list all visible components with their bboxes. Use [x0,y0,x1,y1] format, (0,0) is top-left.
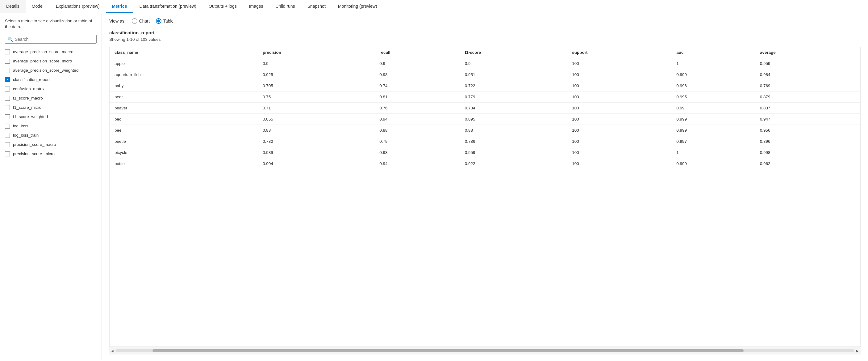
search-icon: 🔍 [8,37,13,42]
metric-item-log_loss[interactable]: log_loss [0,121,101,131]
cell-auc-4: 0.99 [671,103,755,114]
metric-label-average_precision_score_micro: average_precision_score_micro [13,59,72,63]
table-row: beetle0.7820.790.7861000.9970.896 [110,136,860,147]
search-input[interactable] [15,37,94,42]
metric-item-average_precision_score_macro[interactable]: average_precision_score_macro [0,47,101,57]
top-nav-tab-outputs-logs[interactable]: Outputs + logs [203,0,243,13]
cell-f1_score-5: 0.895 [460,114,567,125]
cell-class_name-6: bee [110,125,258,136]
top-nav-tab-child-runs[interactable]: Child runs [270,0,301,13]
metric-item-precision_score_macro[interactable]: precision_score_macro [0,140,101,149]
cell-f1_score-3: 0.779 [460,91,567,103]
table-row: bee0.880.880.881000.9990.956 [110,125,860,136]
report-subtitle: Showing 1-10 of 103 values [109,37,861,42]
main-container: Select a metric to see a visualization o… [0,13,868,359]
metric-label-f1_score_macro: f1_score_macro [13,96,43,101]
cell-average-3: 0.879 [755,91,860,103]
metric-label-log_loss: log_loss [13,123,28,128]
metric-label-classification_report: classification_report [13,77,50,82]
table-radio-circle[interactable] [156,18,161,24]
cell-precision-2: 0.705 [258,80,374,91]
top-nav-tab-images[interactable]: Images [243,0,270,13]
col-header-support: support [567,47,671,58]
top-nav-tab-explanations[interactable]: Explanations (preview) [50,0,106,13]
metric-checkbox-average_precision_score_weighted[interactable] [5,68,10,73]
metric-checkbox-confusion_matrix[interactable] [5,87,10,91]
metric-item-f1_score_weighted[interactable]: f1_score_weighted [0,112,101,121]
cell-average-2: 0.769 [755,80,860,91]
top-nav-tab-snapshot[interactable]: Snapshot [301,0,332,13]
metric-checkbox-classification_report[interactable] [5,77,10,82]
cell-recall-6: 0.88 [374,125,460,136]
chart-radio-label: Chart [139,19,150,24]
cell-f1_score-0: 0.9 [460,58,567,69]
metric-checkbox-f1_score_micro[interactable] [5,105,10,110]
metric-item-f1_score_macro[interactable]: f1_score_macro [0,94,101,103]
metric-checkbox-average_precision_score_macro[interactable] [5,50,10,54]
metric-label-f1_score_micro: f1_score_micro [13,105,41,110]
table-header-row: class_nameprecisionrecallf1-scoresupport… [110,47,860,58]
scroll-right-button[interactable]: ▶ [855,348,861,353]
col-header-auc: auc [671,47,755,58]
cell-average-4: 0.837 [755,103,860,114]
cell-precision-4: 0.71 [258,103,374,114]
scroll-left-button[interactable]: ◀ [109,348,116,353]
view-as-label: View as: [109,19,126,24]
scrollbar-track[interactable] [116,349,855,352]
cell-auc-2: 0.996 [671,80,755,91]
cell-average-6: 0.956 [755,125,860,136]
top-nav-tab-data-transformation[interactable]: Data transformation (preview) [133,0,203,13]
metric-item-classification_report[interactable]: classification_report [0,75,101,84]
left-panel: Select a metric to see a visualization o… [0,13,102,359]
metric-item-log_loss_train[interactable]: log_loss_train [0,131,101,140]
metric-item-f1_score_micro[interactable]: f1_score_micro [0,103,101,112]
metric-label-log_loss_train: log_loss_train [13,133,39,138]
metric-checkbox-f1_score_macro[interactable] [5,96,10,101]
cell-f1_score-8: 0.959 [460,147,567,158]
table-row: beaver0.710.760.7341000.990.837 [110,103,860,114]
cell-average-5: 0.947 [755,114,860,125]
cell-precision-0: 0.9 [258,58,374,69]
metric-checkbox-precision_score_micro[interactable] [5,151,10,157]
table-row: bear0.750.810.7791000.9950.879 [110,91,860,103]
cell-f1_score-6: 0.88 [460,125,567,136]
cell-class_name-8: bicycle [110,147,258,158]
scrollbar-thumb[interactable] [153,349,744,352]
metric-checkbox-f1_score_weighted[interactable] [5,114,10,119]
metric-item-confusion_matrix[interactable]: confusion_matrix [0,84,101,94]
col-header-class_name: class_name [110,47,258,58]
search-box[interactable]: 🔍 [5,35,97,44]
top-nav-tab-details[interactable]: Details [0,0,26,13]
col-header-f1_score: f1-score [460,47,567,58]
table-row: aquarium_fish0.9250.980.9511000.9990.984 [110,69,860,80]
top-nav-tab-model[interactable]: Model [26,0,50,13]
metric-checkbox-precision_score_macro[interactable] [5,142,10,147]
cell-f1_score-4: 0.734 [460,103,567,114]
metric-checkbox-log_loss_train[interactable] [5,133,10,138]
metric-label-f1_score_weighted: f1_score_weighted [13,114,48,119]
table-radio-option[interactable]: Table [156,18,174,24]
top-nav-tab-monitoring[interactable]: Monitoring (preview) [332,0,383,13]
metric-label-precision_score_micro: precision_score_micro [13,151,55,156]
metrics-list: average_precision_score_macroaverage_pre… [0,47,101,359]
metric-label-precision_score_macro: precision_score_macro [13,142,56,147]
horizontal-scrollbar[interactable]: ◀ ▶ [109,347,861,355]
chart-radio-circle[interactable] [132,18,137,24]
metric-item-average_precision_score_weighted[interactable]: average_precision_score_weighted [0,66,101,75]
left-panel-description: Select a metric to see a visualization o… [0,18,101,35]
metric-checkbox-log_loss[interactable] [5,123,10,129]
cell-support-7: 100 [567,136,671,147]
metric-checkbox-average_precision_score_micro[interactable] [5,59,10,64]
cell-recall-3: 0.81 [374,91,460,103]
chart-radio-option[interactable]: Chart [132,18,150,24]
cell-recall-2: 0.74 [374,80,460,91]
top-nav-tab-metrics[interactable]: Metrics [106,0,133,13]
cell-precision-8: 0.989 [258,147,374,158]
metric-item-precision_score_micro[interactable]: precision_score_micro [0,149,101,159]
cell-average-8: 0.998 [755,147,860,158]
metric-item-average_precision_score_micro[interactable]: average_precision_score_micro [0,57,101,66]
data-table-wrapper[interactable]: class_nameprecisionrecallf1-scoresupport… [109,47,861,347]
cell-f1_score-7: 0.786 [460,136,567,147]
table-row: bicycle0.9890.930.95910010.998 [110,147,860,158]
cell-recall-4: 0.76 [374,103,460,114]
